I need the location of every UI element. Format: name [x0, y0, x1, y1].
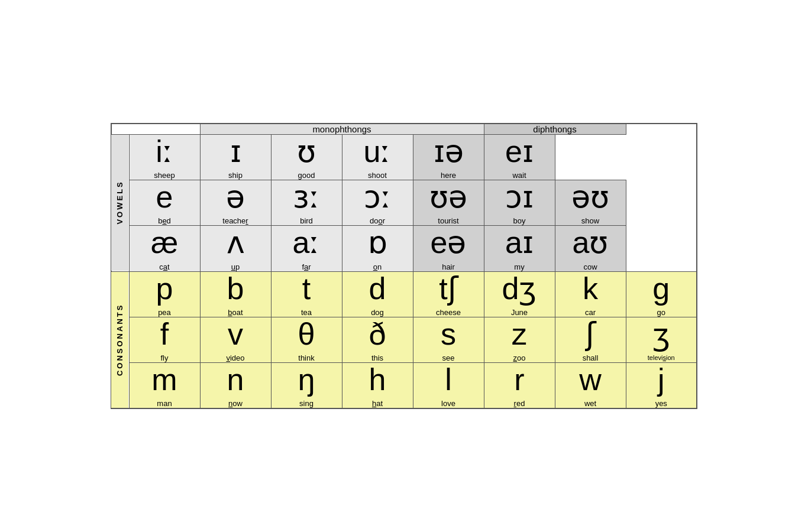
phoneme-cell: aʊ cow [555, 226, 626, 271]
phoneme-symbol: æ [130, 226, 200, 259]
phoneme-word: this [342, 353, 413, 362]
phoneme-symbol: ɔɪ [484, 180, 555, 214]
phoneme-cell: ŋ sing [271, 362, 342, 408]
consonants-label: CONSONANTS [111, 271, 129, 408]
phoneme-symbol: g [626, 272, 697, 306]
phoneme-word: red [484, 399, 555, 408]
phoneme-symbol: k [555, 272, 626, 306]
phoneme-cell: ɪ ship [200, 134, 271, 180]
phoneme-cell: h hat [342, 362, 413, 408]
phoneme-symbol: r [484, 363, 555, 397]
phoneme-symbol: f [130, 317, 200, 351]
phoneme-symbol: ɪə [413, 135, 484, 168]
phoneme-word: June [484, 308, 555, 317]
chart-wrapper: monophthongs diphthongs VOWELS iː sheep … [111, 123, 697, 409]
phoneme-cell: ð this [342, 317, 413, 362]
phoneme-symbol: ʊə [413, 180, 484, 214]
phoneme-word: teacher [201, 216, 271, 225]
phoneme-symbol: s [413, 317, 484, 351]
phoneme-symbol: uː [342, 135, 413, 168]
phoneme-cell: æ cat [129, 226, 200, 271]
phoneme-word: dog [342, 308, 413, 317]
phoneme-symbol: tʃ [413, 272, 484, 306]
phoneme-word: show [555, 216, 626, 225]
phoneme-symbol: v [201, 317, 271, 351]
phoneme-word: cow [555, 262, 626, 271]
phoneme-symbol: iː [130, 135, 200, 168]
phoneme-symbol: j [626, 363, 697, 397]
phoneme-symbol: t [272, 272, 342, 306]
phoneme-symbol: ɔː [342, 180, 413, 214]
phoneme-cell: j yes [626, 362, 697, 408]
phoneme-word: hair [413, 262, 484, 271]
phoneme-cell: aː far [271, 226, 342, 271]
phoneme-word: cat [130, 262, 200, 271]
phoneme-symbol: l [413, 363, 484, 397]
phoneme-word: think [272, 353, 342, 362]
phoneme-cell: l love [413, 362, 484, 408]
phoneme-word: cheese [413, 308, 484, 317]
phoneme-word: here [413, 171, 484, 180]
phoneme-cell: f fly [129, 317, 200, 362]
phoneme-symbol: aʊ [555, 226, 626, 259]
phoneme-word: bird [272, 216, 342, 225]
phoneme-word: boy [484, 216, 555, 225]
phoneme-symbol: n [201, 363, 271, 397]
phoneme-word: tourist [413, 216, 484, 225]
phoneme-cell: r red [484, 362, 555, 408]
phoneme-cell: d dog [342, 271, 413, 317]
phoneme-cell: t tea [271, 271, 342, 317]
phoneme-cell: dʒ June [484, 271, 555, 317]
phoneme-word: go [626, 308, 697, 317]
phoneme-word: hat [342, 399, 413, 408]
vowels-label: VOWELS [111, 134, 129, 271]
phoneme-word: wet [555, 399, 626, 408]
phoneme-cell: iː sheep [129, 134, 200, 180]
phoneme-symbol: ʌ [201, 226, 271, 259]
phoneme-word: good [272, 171, 342, 180]
phoneme-cell: ɔː door [342, 180, 413, 226]
phoneme-cell: ʃ shall [555, 317, 626, 362]
phoneme-symbol: əʊ [555, 180, 626, 214]
phoneme-symbol: b [201, 272, 271, 306]
phoneme-cell: əʊ show [555, 180, 626, 226]
phoneme-cell: ʊ good [271, 134, 342, 180]
phoneme-symbol: eɪ [484, 135, 555, 168]
phoneme-symbol: dʒ [484, 272, 555, 306]
phoneme-symbol: ʒ [626, 318, 697, 352]
phoneme-word: boat [201, 308, 271, 317]
phoneme-cell: θ think [271, 317, 342, 362]
phoneme-word: wait [484, 171, 555, 180]
phoneme-word: shall [555, 353, 626, 362]
phoneme-word: door [342, 216, 413, 225]
ipa-chart: monophthongs diphthongs VOWELS iː sheep … [111, 123, 697, 409]
phoneme-word: pea [130, 308, 200, 317]
phoneme-cell: z zoo [484, 317, 555, 362]
phoneme-cell: g go [626, 271, 697, 317]
phoneme-cell: s see [413, 317, 484, 362]
phoneme-word: television [626, 354, 697, 361]
phoneme-word: far [272, 262, 342, 271]
phoneme-symbol: ʃ [555, 317, 626, 351]
phoneme-symbol: m [130, 363, 200, 397]
phoneme-cell: tʃ cheese [413, 271, 484, 317]
phoneme-symbol: ʊ [272, 135, 342, 168]
phoneme-symbol: ɪ [201, 135, 271, 168]
phoneme-cell: p pea [129, 271, 200, 317]
phoneme-word: sing [272, 399, 342, 408]
phoneme-symbol: aɪ [484, 226, 555, 259]
phoneme-symbol: ɒ [342, 226, 413, 259]
phoneme-cell: b boat [200, 271, 271, 317]
phoneme-symbol: ŋ [272, 363, 342, 397]
phoneme-symbol: e [130, 180, 200, 214]
phoneme-cell: eɪ wait [484, 134, 555, 180]
phoneme-word: now [201, 399, 271, 408]
phoneme-symbol: z [484, 317, 555, 351]
phoneme-symbol: ð [342, 317, 413, 351]
phoneme-cell: ʌ up [200, 226, 271, 271]
phoneme-cell: m man [129, 362, 200, 408]
phoneme-word: yes [626, 399, 697, 408]
phoneme-symbol: eə [413, 226, 484, 259]
phoneme-word: shoot [342, 171, 413, 180]
diphthongs-header: diphthongs [484, 124, 626, 135]
